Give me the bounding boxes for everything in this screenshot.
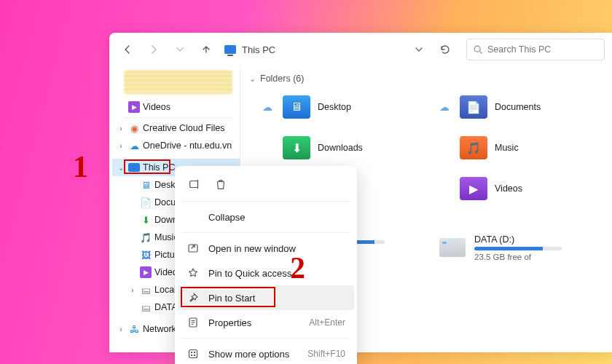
svg-rect-4 (189, 350, 197, 358)
capacity-bar (474, 247, 562, 250)
folder-label: Videos (495, 183, 522, 194)
drive-label: DATA (D:) (474, 234, 562, 245)
chevron-down-icon: ⌄ (249, 74, 256, 84)
svg-rect-7 (191, 355, 192, 356)
rename-icon[interactable] (187, 176, 203, 192)
context-open-new-window[interactable]: Open in new window (178, 236, 354, 261)
desktop-folder-icon: 🖥 (283, 95, 310, 119)
refresh-button[interactable] (434, 39, 456, 60)
star-icon (187, 267, 200, 279)
folder-downloads[interactable]: ☁ ⬇ Downloads (262, 132, 428, 164)
search-icon (473, 44, 483, 55)
context-label: Collapse (208, 212, 246, 223)
pc-icon (128, 162, 140, 173)
chevron-right-icon: › (128, 286, 137, 294)
open-new-window-icon (187, 242, 200, 254)
properties-icon (187, 317, 200, 328)
drive-free-text: 23.5 GB free of (474, 253, 562, 261)
music-icon: 🎵 (140, 232, 152, 243)
sidebar-label: Creative Cloud Files (143, 123, 225, 133)
address-text: This PC (242, 44, 275, 55)
pin-icon (187, 292, 200, 304)
recent-dropdown[interactable] (169, 39, 191, 60)
videos-icon: ▶ (128, 101, 140, 113)
address-dropdown[interactable] (408, 39, 430, 60)
context-menu: Collapse Open in new window Pin to Quick… (175, 166, 357, 364)
downloads-icon: ⬇ (140, 214, 152, 226)
folder-music[interactable]: ☁ 🎵 Music (439, 132, 605, 164)
delete-icon[interactable] (213, 176, 229, 192)
sidebar-label: Network (143, 324, 176, 334)
annotation-number-1: 1 (73, 149, 88, 184)
folder-videos[interactable]: ☁ ▶ Videos (439, 173, 605, 205)
chevron-right-icon: › (117, 142, 125, 150)
cloud-sync-icon: ☁ (262, 101, 275, 113)
drive-d[interactable]: DATA (D:) 23.5 GB free of (439, 228, 605, 267)
desktop-icon: 🖥 (140, 179, 152, 191)
videos-icon: ▶ (140, 266, 152, 278)
context-collapse[interactable]: Collapse (178, 205, 354, 229)
context-more-options[interactable]: Show more options Shift+F10 (178, 341, 354, 364)
shortcut-text: Shift+F10 (307, 349, 345, 359)
sidebar-item-onedrive[interactable]: › ☁ OneDrive - ntu.edu.vn (112, 137, 240, 154)
chevron-right-icon: › (117, 124, 125, 132)
folder-label: Desktop (318, 102, 351, 112)
context-properties[interactable]: Properties Alt+Enter (178, 310, 354, 335)
svg-rect-8 (194, 355, 195, 356)
chevron-down-icon: ⌄ (117, 164, 125, 172)
folder-label: Music (495, 143, 519, 153)
documents-icon: 📄 (140, 197, 152, 208)
back-button[interactable] (117, 39, 138, 60)
more-icon (187, 348, 200, 360)
svg-rect-5 (191, 352, 192, 353)
folders-section-header[interactable]: ⌄ Folders (6) (249, 74, 612, 84)
context-label: Pin to Quick access (208, 268, 291, 279)
svg-rect-1 (190, 181, 198, 188)
drive-icon: 🖴 (140, 301, 152, 313)
pictures-icon: 🖼 (140, 249, 152, 261)
downloads-folder-icon: ⬇ (283, 136, 310, 159)
pc-icon (224, 44, 236, 55)
sidebar-label: Videos (143, 102, 170, 112)
context-label: Open in new window (208, 243, 296, 254)
blurred-pinned-area (124, 71, 232, 94)
creative-cloud-icon: ◉ (128, 122, 140, 134)
folder-desktop[interactable]: ☁ 🖥 Desktop (262, 91, 428, 123)
folder-label: Downloads (318, 143, 363, 153)
address-bar[interactable]: This PC (224, 44, 275, 55)
sidebar-label: This PC (143, 162, 175, 173)
divider (182, 338, 350, 339)
context-top-actions (178, 170, 354, 198)
sidebar-item-creative-cloud[interactable]: › ◉ Creative Cloud Files (112, 119, 240, 137)
context-pin-to-start[interactable]: Pin to Start (178, 285, 354, 310)
sidebar-item-videos[interactable]: ▶ Videos (112, 98, 240, 116)
folders-count: Folders (6) (260, 74, 304, 84)
documents-folder-icon: 📄 (460, 95, 487, 119)
divider (182, 232, 350, 233)
context-label: Show more options (208, 349, 289, 360)
sidebar-label: OneDrive - ntu.edu.vn (143, 141, 232, 151)
svg-point-0 (474, 46, 480, 52)
network-icon: 🖧 (128, 323, 140, 335)
up-button[interactable] (195, 39, 217, 60)
chevron-right-icon: › (117, 325, 125, 333)
videos-folder-icon: ▶ (460, 177, 487, 200)
drive-icon: 🖴 (140, 284, 152, 296)
context-pin-quick-access[interactable]: Pin to Quick access (178, 261, 354, 285)
toolbar: This PC Search This PC (109, 33, 612, 66)
context-label: Pin to Start (208, 293, 255, 304)
cloud-sync-icon: ☁ (439, 101, 452, 113)
divider (182, 201, 350, 202)
search-placeholder: Search This PC (487, 44, 551, 55)
divider (124, 117, 234, 118)
shortcut-text: Alt+Enter (309, 317, 345, 328)
drive-icon (439, 238, 466, 257)
annotation-number-2: 2 (290, 250, 305, 285)
folder-label: Documents (495, 102, 541, 112)
forward-button[interactable] (143, 39, 165, 60)
search-box[interactable]: Search This PC (466, 39, 605, 60)
folder-documents[interactable]: ☁ 📄 Documents (439, 91, 605, 123)
svg-rect-6 (194, 352, 195, 353)
onedrive-icon: ☁ (128, 140, 140, 151)
music-folder-icon: 🎵 (460, 136, 487, 159)
